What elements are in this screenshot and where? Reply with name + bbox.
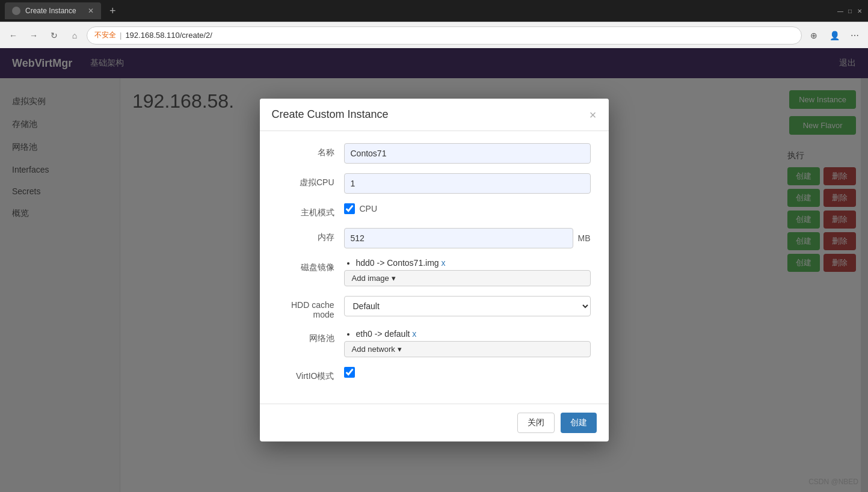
add-network-button[interactable]: Add network ▾ <box>344 341 591 357</box>
tab-title: Create Instance <box>25 7 76 15</box>
memory-input[interactable] <box>344 228 573 248</box>
home-button[interactable]: ⌂ <box>66 27 83 44</box>
form-row-name: 名称 <box>278 143 591 164</box>
more-icon[interactable]: ⋯ <box>846 27 863 44</box>
modal-header: Create Custom Instance × <box>260 99 609 131</box>
hostmode-label: 主机模式 <box>278 203 344 218</box>
disk-content: hdd0 -> Contos71.img x Add image ▾ <box>344 258 591 286</box>
submit-button[interactable]: 创建 <box>561 413 597 433</box>
hdd-cache-label: HDD cache mode <box>278 296 344 319</box>
form-row-memory: 内存 MB <box>278 228 591 248</box>
network-list-item: eth0 -> default x <box>356 329 591 339</box>
hdd-cache-select[interactable]: Default none writethrough writeback dire… <box>344 296 591 316</box>
disk-label: 磁盘镜像 <box>278 258 344 273</box>
maximize-button[interactable]: □ <box>846 7 854 14</box>
tab-close-button[interactable]: ✕ <box>88 7 94 15</box>
hostmode-checkbox[interactable] <box>344 203 355 214</box>
tab-favicon <box>12 7 20 15</box>
extensions-icon[interactable]: ⊕ <box>805 27 822 44</box>
modal-title: Create Custom Instance <box>272 108 389 121</box>
refresh-button[interactable]: ↻ <box>46 27 63 44</box>
toolbar-icons: ⊕ 👤 ⋯ <box>805 27 863 44</box>
close-window-button[interactable]: ✕ <box>856 7 863 14</box>
browser-titlebar: Create Instance ✕ + — □ ✕ <box>0 0 868 22</box>
memory-unit-text: MB <box>578 233 591 243</box>
window-controls: — □ ✕ <box>837 7 863 14</box>
browser-tab[interactable]: Create Instance ✕ <box>5 2 101 19</box>
network-label: 网络池 <box>278 329 344 344</box>
form-row-disk: 磁盘镜像 hdd0 -> Contos71.img x Add image ▾ <box>278 258 591 286</box>
modal-dialog: Create Custom Instance × 名称 虚拟CPU 主机模式 C… <box>260 99 609 441</box>
page-content: WebVirtMgr 基础架构 退出 虚拟实例 存储池 网络池 Interfac… <box>0 48 868 492</box>
add-image-button[interactable]: Add image ▾ <box>344 270 591 286</box>
forward-button[interactable]: → <box>25 27 42 44</box>
cpu-label: 虚拟CPU <box>278 173 344 188</box>
security-warning: 不安全 <box>94 30 116 40</box>
form-row-hostmode: 主机模式 CPU <box>278 203 591 218</box>
back-button[interactable]: ← <box>5 27 22 44</box>
url-text: 192.168.58.110/create/2/ <box>125 31 794 40</box>
virtio-checkbox[interactable] <box>344 367 355 378</box>
form-row-cpu: 虚拟CPU <box>278 173 591 194</box>
network-list: eth0 -> default x <box>344 329 591 341</box>
disk-list-item: hdd0 -> Contos71.img x <box>356 258 591 268</box>
profiles-icon[interactable]: 👤 <box>826 27 843 44</box>
name-input[interactable] <box>344 143 591 164</box>
disk-remove-link[interactable]: x <box>442 258 446 268</box>
hostmode-inline: CPU <box>344 203 591 214</box>
memory-inline: MB <box>344 228 591 248</box>
form-row-hdd-cache: HDD cache mode Default none writethrough… <box>278 296 591 319</box>
disk-image-name: hdd0 -> Contos71.img <box>356 258 439 268</box>
name-label: 名称 <box>278 143 344 158</box>
modal-body: 名称 虚拟CPU 主机模式 CPU 内存 <box>260 131 609 404</box>
form-row-virtio: VirtIO模式 <box>278 367 591 382</box>
minimize-button[interactable]: — <box>837 7 844 14</box>
browser-toolbar: ← → ↻ ⌂ 不安全 | 192.168.58.110/create/2/ ⊕… <box>0 22 868 48</box>
network-item-name: eth0 -> default <box>356 329 410 339</box>
network-content: eth0 -> default x Add network ▾ <box>344 329 591 357</box>
modal-footer: 关闭 创建 <box>260 404 609 441</box>
new-tab-button[interactable]: + <box>106 5 120 17</box>
cpu-input[interactable] <box>344 173 591 194</box>
disk-list: hdd0 -> Contos71.img x <box>344 258 591 270</box>
network-remove-link[interactable]: x <box>412 329 416 339</box>
virtio-content <box>344 367 591 378</box>
modal-close-button[interactable]: × <box>589 109 597 121</box>
hostmode-content: CPU <box>344 203 591 214</box>
memory-label: 内存 <box>278 228 344 243</box>
address-bar[interactable]: 不安全 | 192.168.58.110/create/2/ <box>87 26 802 45</box>
form-row-network: 网络池 eth0 -> default x Add network ▾ <box>278 329 591 357</box>
close-modal-button[interactable]: 关闭 <box>517 413 555 433</box>
virtio-label: VirtIO模式 <box>278 367 344 382</box>
cpu-unit-text: CPU <box>360 204 378 214</box>
